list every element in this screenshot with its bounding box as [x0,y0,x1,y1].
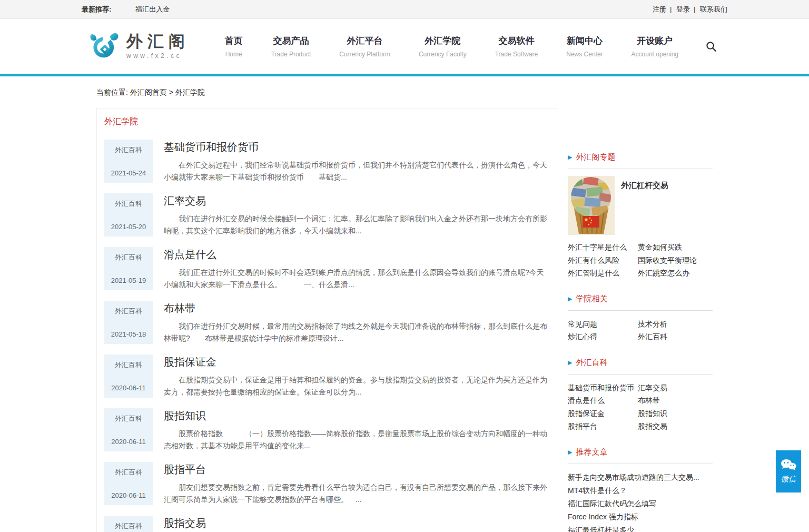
nav-item[interactable]: 交易产品 Trade Product [257,35,325,58]
sidebar-link[interactable]: 黄金如何买跌 [638,241,682,254]
article-title-link[interactable]: 股指平台 [164,462,549,477]
article-category: 外汇百科 [115,199,142,209]
article-date: 2021-05-18 [111,330,146,338]
nav-item[interactable]: 开设账户 Account opening [617,35,693,58]
nav-item-label: 交易产品 [271,35,311,47]
sidebar-link[interactable]: 股指交易 [638,420,667,433]
account-link[interactable]: 登录 [666,5,690,14]
sidebar-link[interactable]: 外汇管制是什么 [568,267,630,280]
article-date: 2021-05-20 [111,223,146,231]
link-row: 外汇十字星是什么 黄金如何买跌 [568,241,713,254]
article-category: 外汇百科 [115,521,142,531]
breadcrumb-current[interactable]: 外汇学院 [175,88,205,96]
site-logo[interactable]: 外汇阁 www.fx2.cc [88,30,190,63]
breadcrumb: 当前位置: 外汇阁首页 > 外汇学院 [96,88,713,97]
nav-item-sublabel: Trade Product [271,51,311,58]
sidebar-link[interactable]: 国际收支平衡理论 [638,254,697,267]
recommend-article-link[interactable]: MT4软件是什么？ [568,484,713,497]
article-date: 2020-06-11 [111,438,146,446]
article-title-link[interactable]: 布林带 [164,301,549,316]
search-icon [705,41,717,53]
article-category-badge[interactable]: 外汇百科 2020-06-11 [104,354,153,398]
wechat-icon [781,459,796,471]
article-excerpt: 我们在进行外汇交易的时候会接触到一个词汇：汇率。那么汇率除了影响我们出入金之外还… [164,213,549,237]
sidebar-link[interactable]: 股指平台 [568,420,638,433]
article-category-badge[interactable]: 外汇百科 2020-06-11 [104,408,153,451]
sidebar-section-recommend: ▶ 推荐文章 新手走向交易市场成功道路的三大交易...MT4软件是什么？福汇国际… [568,447,713,532]
sidebar-link[interactable]: 布林带 [638,394,660,407]
article-title-link[interactable]: 滑点是什么 [164,248,549,262]
sidebar-link[interactable]: 基础货币和报价货币 [568,381,638,395]
triangle-marker-icon: ▶ [568,449,572,456]
article-item: 外汇百科 股指交易 什么是股指，股指怎么交易，针对这个账问题，我们来聊聊股指交易… [97,516,557,532]
article-title-link[interactable]: 基础货币和报价货币 [164,140,549,154]
recommend-article-link[interactable]: Force Index 强力指标 [568,510,713,524]
nav-item[interactable]: 外汇学院 Currency Faculty [404,35,481,58]
article-title-link[interactable]: 股指保证金 [164,355,549,369]
nav-item-sublabel: Currency Faculty [419,51,467,58]
nav-item-sublabel: Currency Platform [339,51,390,58]
sidebar-link[interactable]: 外汇跳空怎么办 [638,267,689,280]
nav-item[interactable]: 首页 Home [211,35,257,58]
sidebar-link[interactable]: 外汇有什么风险 [568,254,630,267]
article-item: 外汇百科 2021-05-24 基础货币和报价货币 在外汇交易过程中，我们经常听… [97,140,557,183]
article-category-badge[interactable]: 外汇百科 [104,516,153,532]
breadcrumb-home-link[interactable]: 外汇阁首页 [130,88,167,96]
article-category-badge[interactable]: 外汇百科 2021-05-20 [104,193,153,237]
nav-item-sublabel: Account opening [632,51,678,58]
nav-item[interactable]: 外汇平台 Currency Platform [325,35,404,58]
article-category-badge[interactable]: 外汇百科 2021-05-24 [104,140,153,183]
wechat-float-button[interactable]: 微信 [776,450,801,492]
sidebar-link[interactable]: 外汇百科 [638,330,667,343]
nav-item-sublabel: News Center [566,51,603,58]
main-nav: 首页 Home 交易产品 Trade Product 外汇平台 Currency… [211,35,693,58]
sidebar-link[interactable]: 股指知识 [638,407,667,420]
article-category-badge[interactable]: 外汇百科 2020-06-11 [104,462,153,505]
search-button[interactable] [705,41,717,53]
faculty-link-list: 常见问题 技术分析 炒汇心得 外汇百科 [568,318,713,343]
nav-item-label: 开设账户 [632,35,678,47]
article-excerpt: 我们正在进行外汇交易的时候时不时会遇到账户滑点的情况，那么到底是什么原因会导致我… [164,267,549,291]
recommend-article-link[interactable]: 福汇最低杠杆是多少 [568,524,713,532]
sidebar-link[interactable]: 滑点是什么 [568,394,638,407]
sidebar-section-topic: ▶ 外汇阁专题 [568,152,713,280]
article-excerpt: 在外汇交易过程中，我们经常听说基础货币和报价货币，但我们并不特别清楚它们代表什么… [164,159,549,183]
article-category-badge[interactable]: 外汇百科 2021-05-18 [104,301,153,344]
article-excerpt: 我们在进行外汇交易时候，最常用的交易指标除了均线之外就是今天我们准备说的布林带指… [164,320,549,344]
article-date: 2021-05-19 [111,277,146,284]
wiki-link-list: 基础货币和报价货币 汇率交易 滑点是什么 布林带 股指保证金 股指知识 [568,381,713,433]
featured-topic-title[interactable]: 外汇杠杆交易 [621,181,668,235]
link-row: 外汇有什么风险 国际收支平衡理论 [568,254,713,267]
triangle-marker-icon: ▶ [568,154,572,161]
recommend-link[interactable]: 福汇出入金 [135,5,170,14]
account-link[interactable]: 注册 [653,5,666,14]
sidebar-link[interactable]: 炒汇心得 [568,330,630,343]
article-title-link[interactable]: 股指交易 [164,516,549,530]
featured-thumbnail-image[interactable] [568,176,615,235]
article-item: 外汇百科 2021-05-18 布林带 我们在进行外汇交易时候，最常用的交易指标… [97,301,557,344]
article-title-link[interactable]: 股指知识 [164,409,549,423]
link-row: 常见问题 技术分析 [568,318,713,331]
sidebar-link[interactable]: 股指保证金 [568,407,638,420]
article-title-link[interactable]: 汇率交易 [164,194,549,208]
page-title: 外汇学院 [97,109,557,140]
breadcrumb-separator: > [169,88,173,96]
accent-bar [0,74,809,76]
sidebar-link[interactable]: 外汇十字星是什么 [568,241,630,254]
recommend-article-link[interactable]: 福汇国际汇款代码怎么填写 [568,497,713,510]
account-link[interactable]: 联系我们 [690,5,727,14]
article-category: 外汇百科 [115,414,142,423]
article-category-badge[interactable]: 外汇百科 2021-05-19 [104,247,153,290]
nav-item[interactable]: 新闻中心 News Center [552,35,617,58]
recommend-article-link[interactable]: 新手走向交易市场成功道路的三大交易... [568,471,713,484]
sidebar-link[interactable]: 常见问题 [568,318,630,331]
article-category: 外汇百科 [115,307,142,316]
sidebar-section-faculty: ▶ 学院相关 常见问题 技术分析 炒汇心得 外汇百科 [568,294,713,343]
sidebar-link[interactable]: 技术分析 [638,318,667,331]
triangle-marker-icon: ▶ [568,295,572,302]
section-title: 外汇百科 [576,358,607,368]
article-item: 外汇百科 2021-05-19 滑点是什么 我们正在进行外汇交易的时候时不时会遇… [97,247,557,291]
sidebar-link[interactable]: 汇率交易 [638,381,667,395]
nav-item[interactable]: 交易软件 Trade Software [481,35,553,58]
sidebar-section-wiki: ▶ 外汇百科 基础货币和报价货币 汇率交易 滑点是什么 布林带 [568,358,713,433]
